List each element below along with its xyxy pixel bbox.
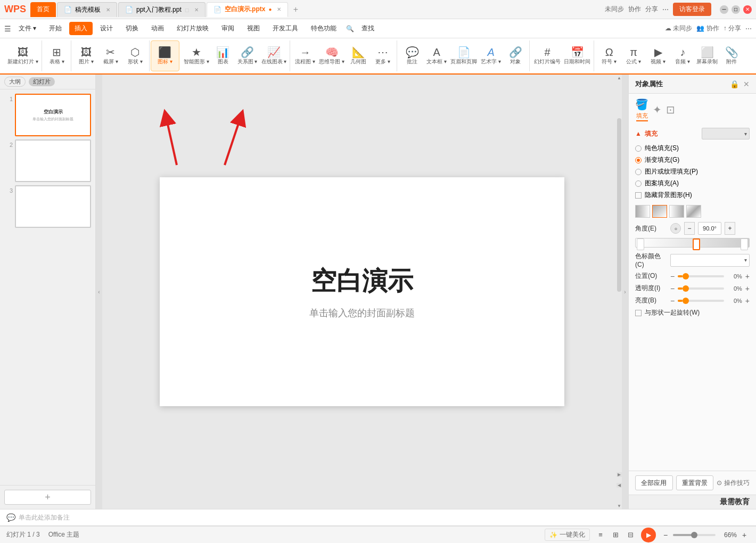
collapse-panel-right[interactable]: › [622,75,628,509]
angle-minus-btn[interactable]: − [684,222,695,235]
rotate-shape-row[interactable]: 与形状一起旋转(W) [635,308,750,317]
gradient-style-1[interactable] [635,205,650,218]
tool-annotation[interactable]: 💬 批注 [400,41,424,71]
menu-slideshow[interactable]: 幻灯片放映 [171,22,214,35]
radio-solid[interactable] [635,145,642,152]
view-normal-btn[interactable]: ⊞ [609,529,622,541]
fill-option-pattern[interactable]: 图案填充(A) [635,179,750,188]
more-options[interactable]: ⋯ [745,25,752,32]
slide-thumb-1[interactable]: 1 空白演示 单击输入您的封面副标题 [4,94,91,136]
tool-chart[interactable]: 📊 图表 [211,41,235,71]
tab-template[interactable]: 📄 稿壳模板 ✕ [57,2,117,17]
tool-object[interactable]: 🔗 对象 [504,41,527,71]
fill-option-solid[interactable]: 纯色填充(S) [635,144,750,153]
tool-slide-number[interactable]: # 幻灯片编号 [533,41,562,71]
menu-review[interactable]: 审阅 [216,22,240,35]
tab-add-button[interactable]: + [289,3,302,16]
radio-pattern[interactable] [635,180,642,187]
radio-gradient[interactable] [635,157,642,163]
tool-relation[interactable]: 🔗 关系图 ▾ [236,41,259,71]
tool-flowchart[interactable]: → 流程图 ▾ [293,41,317,71]
tool-wordart[interactable]: A 艺术字 ▾ [479,41,503,71]
panel-close-icon[interactable]: ✕ [743,80,750,88]
collab-btn[interactable]: 👥 协作 [696,24,719,33]
menu-start[interactable]: 开始 [44,22,67,35]
gradient-bar[interactable] [635,238,750,248]
tool-screenshot[interactable]: ✂ 截屏 ▾ [99,41,122,71]
tool-header-footer[interactable]: 📄 页眉和页脚 [449,41,478,71]
menu-special[interactable]: 特色功能 [306,22,342,35]
brightness-plus[interactable]: + [745,297,750,305]
tool-table[interactable]: ⊞ 表格 ▾ [45,41,69,71]
fill-option-image[interactable]: 图片或纹理填充(P) [635,167,750,176]
transparency-plus[interactable]: + [745,284,750,293]
fill-option-gradient[interactable]: 渐变填充(G) [635,155,750,164]
angle-value[interactable]: 90.0° [698,222,721,235]
tab-tutorial-close[interactable]: ✕ [194,7,199,13]
tool-symbol[interactable]: Ω 符号 ▾ [597,41,621,71]
menu-design[interactable]: 设计 [95,22,118,35]
transparency-thumb[interactable] [683,285,689,292]
scrollbar-v[interactable]: ▲ ▼ ▶ ◀ [617,75,622,509]
gradient-style-2[interactable] [652,205,667,218]
fill-option-hide-bg[interactable]: 隐藏背景图形(H) [635,191,750,200]
color-value-box[interactable]: ▾ [670,254,750,267]
minimize-button[interactable]: ─ [720,5,728,14]
apply-all-button[interactable]: 全部应用 [635,475,673,490]
slide-thumb-3[interactable]: 3 [4,185,91,228]
slide-img-1[interactable]: 空白演示 单击输入您的封面副标题 [15,94,91,136]
tool-datetime[interactable]: 📅 日期和时间 [563,41,591,71]
menu-devtools[interactable]: 开发工具 [267,22,303,35]
angle-circle[interactable]: ⊙ [670,223,681,234]
angle-plus-btn[interactable]: + [725,222,735,235]
position-minus[interactable]: − [670,272,675,281]
fill-color-selector[interactable]: ▾ [702,128,750,139]
tool-audio[interactable]: ♪ 音频 ▾ [671,41,694,71]
gradient-handle-right[interactable] [741,238,748,250]
tool-video[interactable]: ▶ 视频 ▾ [646,41,670,71]
more-menu[interactable]: ⋯ [662,6,669,13]
collab-button[interactable]: 协作 [628,5,641,14]
position-plus[interactable]: + [745,272,750,281]
tab-outline[interactable]: 大纲 [4,77,26,87]
brightness-slider[interactable] [678,300,724,302]
tab-tutorial[interactable]: 📄 ppt入门教程.ppt ◻ ✕ [118,2,206,17]
tips-btn[interactable]: ⊙ 操作技巧 [717,479,750,488]
tool-shape[interactable]: ⬡ 形状 ▾ [124,41,147,71]
gradient-style-3[interactable] [669,205,684,218]
slide-thumb-2[interactable]: 2 [4,139,91,182]
zoom-in-btn[interactable]: + [739,530,750,540]
transparency-minus[interactable]: − [670,284,675,293]
slide-img-2[interactable] [15,139,91,182]
menu-insert[interactable]: 插入 [69,22,93,35]
tool-image[interactable]: 🖼 图片 ▾ [75,41,98,71]
tool-formula[interactable]: π 公式 ▾ [622,41,645,71]
close-button[interactable]: ✕ [743,5,752,14]
menu-search[interactable]: 查找 [356,22,380,35]
sync-indicator[interactable]: 未同步 [605,5,624,14]
tool-mindmap[interactable]: 🧠 思维导图 ▾ [318,41,346,71]
tool-icons[interactable]: ⬛ 图标 ▾ [153,41,177,71]
zoom-track[interactable] [673,534,716,536]
scroll-down[interactable]: ▼ [617,503,622,509]
tab-blank[interactable]: 📄 空白演示.pptx ● ✕ [207,2,289,17]
beautify-button[interactable]: ✨ 一键美化 [545,529,590,541]
tool-new-slide[interactable]: 🖼 新建幻灯片 ▾ [6,41,39,71]
tool-attachment[interactable]: 📎 附件 [720,41,743,71]
gradient-handle-left[interactable] [637,238,644,250]
radio-image[interactable] [635,169,642,175]
reset-button[interactable]: 重置背景 [676,475,714,490]
hamburger-menu[interactable]: ☰ [4,24,11,33]
fill-section-arrow[interactable]: ▲ [635,130,642,137]
zoom-out-btn[interactable]: − [660,530,671,540]
tool-screen-record[interactable]: ⬜ 屏幕录制 [695,41,719,71]
tool-textbox[interactable]: A 文本框 ▾ [425,41,448,71]
layout-tab[interactable]: ⊡ [666,103,675,116]
maximize-button[interactable]: □ [732,5,740,14]
view-list-btn[interactable]: ≡ [594,529,607,541]
zoom-thumb[interactable] [691,532,697,538]
add-slide-button[interactable]: + [4,490,91,505]
tab-slides[interactable]: 幻灯片 [29,77,55,86]
share-button[interactable]: 分享 [645,5,658,14]
slide-img-3[interactable] [15,185,91,228]
